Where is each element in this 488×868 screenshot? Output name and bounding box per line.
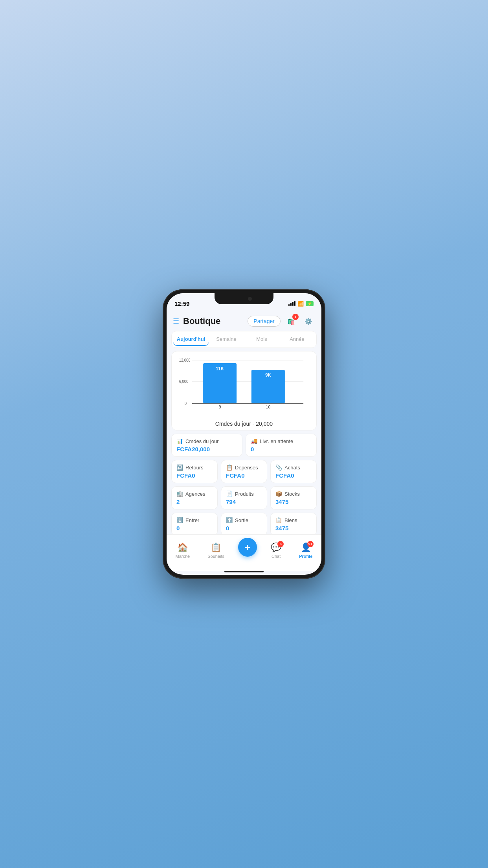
settings-button[interactable]: ⚙️ <box>302 314 315 328</box>
chart-x-2: 10 <box>266 405 271 409</box>
stocks-value: 3475 <box>275 498 312 505</box>
livr-label: Livr. en attente <box>260 438 293 444</box>
livr-value: 0 <box>251 446 312 452</box>
entrer-label: Entrer <box>185 517 199 523</box>
stat-row-3: 🏢 Agences 2 📄 Produits 794 <box>171 486 317 509</box>
biens-label: Biens <box>284 517 297 523</box>
chart-container: 12,000 6,000 0 11K 9K 9 10 Cmdes <box>171 351 317 430</box>
stat-sortie[interactable]: ⬆️ Sortie 0 <box>221 513 267 534</box>
souhaits-label: Souhaits <box>207 554 224 559</box>
stat-produits[interactable]: 📄 Produits 794 <box>221 486 267 509</box>
retours-icon: ↩️ <box>176 464 183 471</box>
stat-entrer[interactable]: ⬇️ Entrer 0 <box>171 513 218 534</box>
tab-month[interactable]: Mois <box>244 333 279 346</box>
nav-chat[interactable]: 💬 6 Chat <box>267 542 285 559</box>
depenses-icon: 📋 <box>226 464 233 471</box>
stat-row-1: 📊 Cmdes du jour FCFA20,000 🚚 Livr. en at… <box>171 434 317 457</box>
chart-y-mid: 6,000 <box>179 379 189 384</box>
stat-stocks[interactable]: 📦 Stocks 3475 <box>270 486 317 509</box>
agences-label: Agences <box>185 491 205 497</box>
stat-achats[interactable]: 📎 Achats FCFA0 <box>270 460 317 483</box>
chart-y-max: 12,000 <box>179 358 191 362</box>
stocks-label: Stocks <box>284 491 300 497</box>
phone-screen: 12:59 📶 ⚡ ☰ Boutique Partager 🛍️ <box>167 293 321 575</box>
retours-value: FCFA0 <box>176 472 213 479</box>
chart-title: Cmdes du jour - 20,000 <box>177 421 311 427</box>
stat-biens[interactable]: 📋 Biens 3475 <box>270 513 317 534</box>
stat-livr[interactable]: 🚚 Livr. en attente 0 <box>246 434 317 457</box>
livr-icon: 🚚 <box>251 438 257 444</box>
depenses-label: Dépenses <box>235 465 258 471</box>
agences-icon: 🏢 <box>176 491 183 497</box>
cmdes-icon: 📊 <box>176 438 183 444</box>
sortie-label: Sortie <box>235 517 248 523</box>
bar-chart: 12,000 6,000 0 11K 9K 9 10 <box>177 356 311 411</box>
home-indicator <box>224 571 264 572</box>
partager-button[interactable]: Partager <box>248 316 281 327</box>
nav-marche[interactable]: 🏠 Marché <box>172 542 194 559</box>
cmdes-label: Cmdes du jour <box>185 438 219 444</box>
stats-section: 📊 Cmdes du jour FCFA20,000 🚚 Livr. en at… <box>167 434 321 534</box>
bar-2-label: 9K <box>265 372 271 377</box>
profile-badge: 9+ <box>307 541 314 547</box>
agences-value: 2 <box>176 498 213 505</box>
chart-x-1: 9 <box>219 405 221 409</box>
stat-row-2: ↩️ Retours FCFA0 📋 Dépenses FCFA0 <box>171 460 317 483</box>
biens-icon: 📋 <box>275 517 282 523</box>
stat-agences[interactable]: 🏢 Agences 2 <box>171 486 218 509</box>
retours-label: Retours <box>185 465 204 471</box>
tab-today[interactable]: Aujourd'hui <box>173 333 209 346</box>
entrer-icon: ⬇️ <box>176 517 183 523</box>
profile-icon: 👤 9+ <box>301 542 311 553</box>
chat-icon: 💬 6 <box>271 542 281 553</box>
status-time: 12:59 <box>174 300 189 307</box>
chat-badge: 6 <box>277 541 284 547</box>
marche-label: Marché <box>176 554 190 559</box>
notch <box>215 293 273 304</box>
tab-week[interactable]: Semaine <box>209 333 244 346</box>
biens-value: 3475 <box>275 525 312 531</box>
stat-row-4: ⬇️ Entrer 0 ⬆️ Sortie 0 <box>171 513 317 534</box>
chart-area: 12,000 6,000 0 11K 9K 9 10 <box>177 356 311 419</box>
profile-label: Profile <box>299 554 312 559</box>
marche-icon: 🏠 <box>177 542 188 553</box>
produits-icon: 📄 <box>226 491 233 497</box>
produits-label: Produits <box>235 491 254 497</box>
wifi-icon: 📶 <box>297 301 304 307</box>
tab-year[interactable]: Année <box>279 333 315 346</box>
nav-souhaits[interactable]: 📋 Souhaits <box>204 542 228 559</box>
achats-value: FCFA0 <box>275 472 312 479</box>
plus-button[interactable]: + <box>238 538 257 557</box>
stat-depenses[interactable]: 📋 Dépenses FCFA0 <box>221 460 267 483</box>
bar-1-label: 11K <box>216 366 224 371</box>
chat-label: Chat <box>272 554 281 559</box>
achats-label: Achats <box>284 465 300 471</box>
chart-y-min: 0 <box>185 401 187 406</box>
stat-retours[interactable]: ↩️ Retours FCFA0 <box>171 460 218 483</box>
souhaits-icon: 📋 <box>211 542 221 553</box>
page-title: Boutique <box>183 316 244 326</box>
nav-profile[interactable]: 👤 9+ Profile <box>295 542 316 559</box>
entrer-value: 0 <box>176 525 213 531</box>
cart-badge: 1 <box>292 314 299 320</box>
stocks-icon: 📦 <box>275 491 282 497</box>
phone-frame: 12:59 📶 ⚡ ☰ Boutique Partager 🛍️ <box>163 289 325 579</box>
sortie-icon: ⬆️ <box>226 517 233 523</box>
sortie-value: 0 <box>226 525 262 531</box>
main-scroll[interactable]: ☰ Boutique Partager 🛍️ 1 ⚙️ Aujourd'hui … <box>167 311 321 534</box>
depenses-value: FCFA0 <box>226 472 262 479</box>
header: ☰ Boutique Partager 🛍️ 1 ⚙️ <box>167 311 321 331</box>
bottom-nav: 🏠 Marché 📋 Souhaits + 💬 6 Chat 👤 9+ <box>167 534 321 571</box>
menu-icon[interactable]: ☰ <box>173 317 179 326</box>
battery-icon: ⚡ <box>306 301 314 306</box>
achats-icon: 📎 <box>275 464 282 471</box>
produits-value: 794 <box>226 498 262 505</box>
status-icons: 📶 ⚡ <box>288 301 314 307</box>
cmdes-value: FCFA20,000 <box>176 446 237 452</box>
settings-icon: ⚙️ <box>305 318 312 325</box>
notch-camera <box>248 297 252 301</box>
period-tabs: Aujourd'hui Semaine Mois Année <box>171 331 317 348</box>
stat-cmdes[interactable]: 📊 Cmdes du jour FCFA20,000 <box>171 434 242 457</box>
cart-button[interactable]: 🛍️ 1 <box>284 314 298 328</box>
signal-icon <box>288 301 295 306</box>
